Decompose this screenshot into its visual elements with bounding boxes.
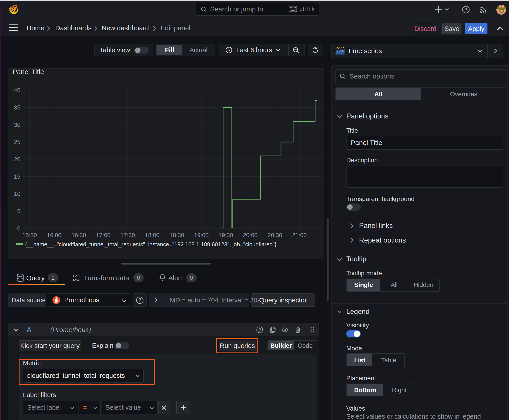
svg-text:40: 40 <box>14 87 20 94</box>
svg-text:20:00: 20:00 <box>243 232 258 239</box>
svg-text:0: 0 <box>17 225 20 232</box>
svg-text:30: 30 <box>14 121 20 128</box>
svg-text:17:00: 17:00 <box>96 232 110 239</box>
svg-text:18:30: 18:30 <box>169 232 184 239</box>
svg-text:18:00: 18:00 <box>145 232 159 239</box>
svg-text:19:00: 19:00 <box>194 232 208 239</box>
svg-text:21:00: 21:00 <box>292 232 307 239</box>
svg-text:19:30: 19:30 <box>218 232 233 239</box>
svg-text:20:30: 20:30 <box>267 232 282 239</box>
svg-text:20: 20 <box>14 156 20 163</box>
svg-text:16:30: 16:30 <box>71 232 86 239</box>
svg-text:16:00: 16:00 <box>47 232 61 239</box>
svg-text:15: 15 <box>14 173 20 180</box>
svg-text:35: 35 <box>14 104 20 111</box>
svg-text:10: 10 <box>14 190 20 197</box>
svg-text:25: 25 <box>14 139 20 145</box>
svg-text:5: 5 <box>17 208 20 215</box>
svg-text:15:30: 15:30 <box>22 232 37 239</box>
svg-text:17:30: 17:30 <box>120 232 135 239</box>
